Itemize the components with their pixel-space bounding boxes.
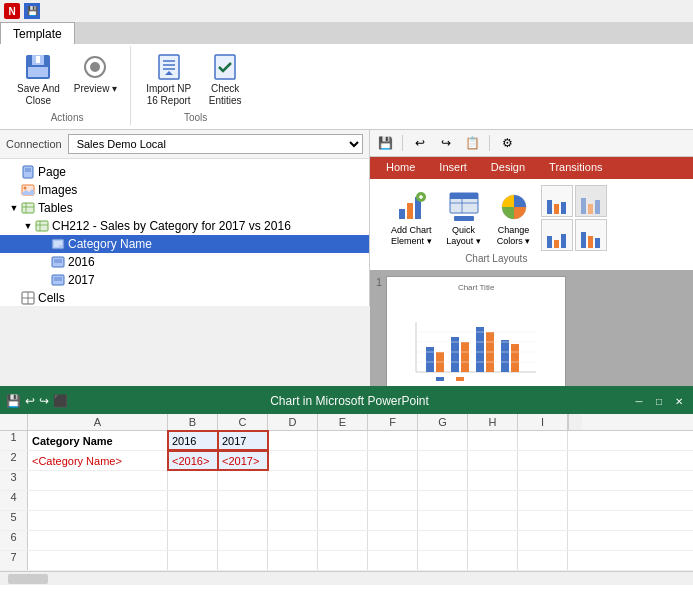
chart-style-2[interactable]	[575, 185, 607, 217]
tree-item-cells[interactable]: Cells	[0, 289, 369, 306]
cell-h3[interactable]	[468, 471, 518, 490]
cell-e1[interactable]	[318, 431, 368, 450]
cell-f7[interactable]	[368, 551, 418, 570]
cell-c1[interactable]: 2017	[218, 431, 268, 450]
cell-a1[interactable]: Category Name	[28, 431, 168, 450]
pp-tab-design[interactable]: Design	[479, 157, 537, 179]
cell-h6[interactable]	[468, 531, 518, 550]
import-np-button[interactable]: Import NP16 Report	[141, 48, 196, 110]
excel-toolbar-icon-save[interactable]: 💾	[6, 394, 21, 408]
cell-a4[interactable]	[28, 491, 168, 510]
cell-d7[interactable]	[268, 551, 318, 570]
quick-layout-button[interactable]: QuickLayout ▾	[441, 186, 487, 250]
cell-i4[interactable]	[518, 491, 568, 510]
save-icon[interactable]: 💾	[24, 3, 40, 19]
excel-toolbar-icon-undo[interactable]: ↩	[25, 394, 35, 408]
cell-g3[interactable]	[418, 471, 468, 490]
cell-c6[interactable]	[218, 531, 268, 550]
excel-minimize-btn[interactable]: ─	[631, 393, 647, 409]
expand-ch212[interactable]: ▼	[22, 221, 34, 231]
add-chart-element-button[interactable]: Add ChartElement ▾	[386, 186, 437, 250]
cell-a7[interactable]	[28, 551, 168, 570]
check-entities-button[interactable]: CheckEntities	[200, 48, 250, 110]
cell-c3[interactable]	[218, 471, 268, 490]
cell-a2[interactable]: <Category Name>	[28, 451, 168, 470]
cell-b6[interactable]	[168, 531, 218, 550]
col-header-b[interactable]: B	[168, 414, 218, 430]
cell-a3[interactable]	[28, 471, 168, 490]
tree-item-page[interactable]: Page	[0, 163, 369, 181]
cell-h1[interactable]	[468, 431, 518, 450]
col-header-c[interactable]: C	[218, 414, 268, 430]
tab-template[interactable]: Template	[0, 22, 75, 44]
cell-e4[interactable]	[318, 491, 368, 510]
excel-toolbar-icon-table[interactable]: ⬛	[53, 394, 68, 408]
excel-maximize-btn[interactable]: □	[651, 393, 667, 409]
cell-e7[interactable]	[318, 551, 368, 570]
cell-g2[interactable]	[418, 451, 468, 470]
cell-f6[interactable]	[368, 531, 418, 550]
cell-g7[interactable]	[418, 551, 468, 570]
cell-i2[interactable]	[518, 451, 568, 470]
change-colors-button[interactable]: ChangeColors ▾	[491, 186, 537, 250]
cell-g5[interactable]	[418, 511, 468, 530]
cell-g6[interactable]	[418, 531, 468, 550]
cell-h4[interactable]	[468, 491, 518, 510]
col-header-g[interactable]: G	[418, 414, 468, 430]
cell-c7[interactable]	[218, 551, 268, 570]
chart-style-1[interactable]	[541, 185, 573, 217]
chart-style-3[interactable]	[541, 219, 573, 251]
h-scrollbar[interactable]	[0, 571, 693, 585]
cell-d6[interactable]	[268, 531, 318, 550]
cell-b4[interactable]	[168, 491, 218, 510]
pp-tab-home[interactable]: Home	[374, 157, 427, 179]
pp-save-btn[interactable]: 💾	[374, 132, 396, 154]
cell-i5[interactable]	[518, 511, 568, 530]
pp-tab-transitions[interactable]: Transitions	[537, 157, 614, 179]
h-scrollbar-thumb[interactable]	[8, 574, 48, 584]
pp-redo-btn[interactable]: ↪	[435, 132, 457, 154]
preview-button[interactable]: Preview ▾	[69, 48, 122, 110]
pp-undo-btn[interactable]: ↩	[409, 132, 431, 154]
cell-h5[interactable]	[468, 511, 518, 530]
pp-clipboard-btn[interactable]: 📋	[461, 132, 483, 154]
excel-toolbar-icon-redo[interactable]: ↪	[39, 394, 49, 408]
cell-e2[interactable]	[318, 451, 368, 470]
col-header-h[interactable]: H	[468, 414, 518, 430]
cell-i3[interactable]	[518, 471, 568, 490]
cell-f3[interactable]	[368, 471, 418, 490]
tree-item-images[interactable]: Images	[0, 181, 369, 199]
cell-g4[interactable]	[418, 491, 468, 510]
slide-preview[interactable]: Chart Title	[386, 276, 566, 396]
cell-a5[interactable]	[28, 511, 168, 530]
cell-e6[interactable]	[318, 531, 368, 550]
cell-e5[interactable]	[318, 511, 368, 530]
cell-i1[interactable]	[518, 431, 568, 450]
cell-f5[interactable]	[368, 511, 418, 530]
cell-f2[interactable]	[368, 451, 418, 470]
tree-item-2016[interactable]: 2016	[0, 253, 369, 271]
cell-b1[interactable]: 2016	[168, 431, 218, 450]
cell-i6[interactable]	[518, 531, 568, 550]
cell-h2[interactable]	[468, 451, 518, 470]
chart-style-4[interactable]	[575, 219, 607, 251]
cell-c4[interactable]	[218, 491, 268, 510]
pp-settings-btn[interactable]: ⚙	[496, 132, 518, 154]
cell-b3[interactable]	[168, 471, 218, 490]
cell-g1[interactable]	[418, 431, 468, 450]
col-header-d[interactable]: D	[268, 414, 318, 430]
save-close-button[interactable]: Save AndClose	[12, 48, 65, 110]
cell-d4[interactable]	[268, 491, 318, 510]
cell-d1[interactable]	[268, 431, 318, 450]
cell-e3[interactable]	[318, 471, 368, 490]
excel-close-btn[interactable]: ✕	[671, 393, 687, 409]
cell-d2[interactable]	[268, 451, 318, 470]
tree-item-tables[interactable]: ▼ Tables	[0, 199, 369, 217]
tree-item-category-name[interactable]: Category Name	[0, 235, 369, 253]
cell-b7[interactable]	[168, 551, 218, 570]
cell-c2[interactable]: <2017>	[218, 451, 268, 470]
tree-item-ch212[interactable]: ▼ CH212 - Sales by Category for 2017 vs …	[0, 217, 369, 235]
cell-h7[interactable]	[468, 551, 518, 570]
cell-d3[interactable]	[268, 471, 318, 490]
v-scrollbar-top[interactable]	[568, 414, 582, 430]
